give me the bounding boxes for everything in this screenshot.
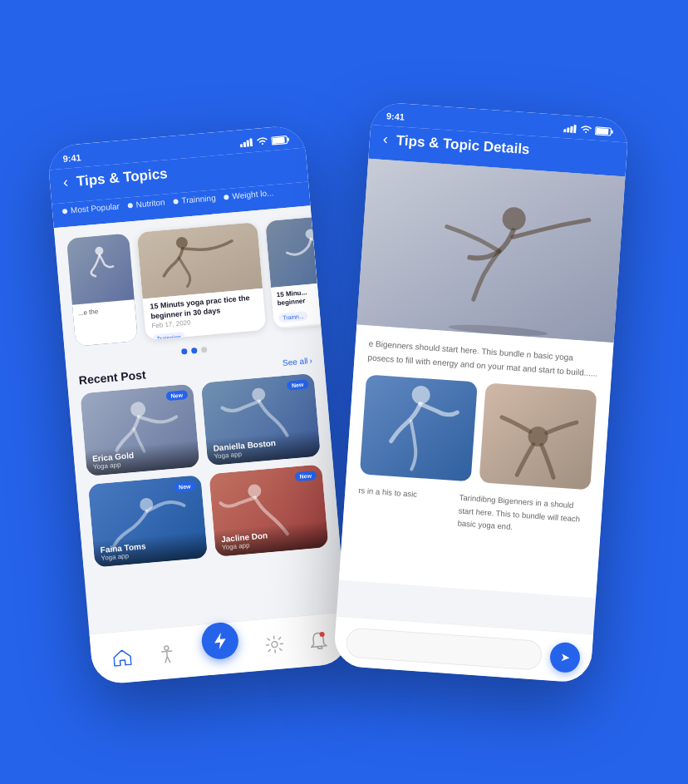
svg-rect-17 xyxy=(563,129,566,132)
wifi-icon xyxy=(256,136,268,145)
filter-tab-training[interactable]: Trainning xyxy=(173,193,216,205)
svg-point-16 xyxy=(319,631,325,637)
carousel-card-third-info: 15 Minu...beginner Trainn... xyxy=(271,281,322,327)
detail-text-columns: rs in a his to asic Tarindibng Bigenners… xyxy=(356,484,590,539)
back-button-1[interactable]: ‹ xyxy=(62,173,69,190)
svg-rect-22 xyxy=(596,127,608,134)
filter-dot-popular xyxy=(62,208,68,214)
detail-yoga-icon-2 xyxy=(479,382,597,490)
accessibility-icon xyxy=(157,643,177,663)
carousel-card-main[interactable]: 15 Minuts yoga prac tice the beginner in… xyxy=(137,222,267,340)
dot-1[interactable] xyxy=(181,348,188,355)
detail-bottom-bar: ➤ xyxy=(333,615,593,683)
detail-image-2 xyxy=(479,382,597,490)
status-icons-2 xyxy=(563,123,614,136)
back-button-2[interactable]: ‹ xyxy=(382,131,388,148)
nav-home[interactable] xyxy=(112,648,132,666)
detail-body-text-3: Tarindibng Bigenners in a should start h… xyxy=(457,491,589,539)
detail-right-section xyxy=(479,382,597,490)
bell-icon xyxy=(309,630,327,650)
svg-point-15 xyxy=(272,640,278,647)
carousel-card-badge: Trainning xyxy=(152,332,185,340)
svg-point-7 xyxy=(94,246,103,255)
send-button[interactable]: ➤ xyxy=(549,641,581,673)
phone-1: 9:41 xyxy=(47,124,350,685)
wifi-icon-2 xyxy=(580,125,592,134)
new-badge-4: New xyxy=(294,470,317,481)
battery-icon-2 xyxy=(595,126,614,136)
svg-rect-2 xyxy=(246,140,249,146)
signal-icon xyxy=(239,138,253,147)
settings-icon xyxy=(264,634,284,653)
battery-icon xyxy=(271,134,290,145)
bottom-nav-1 xyxy=(90,611,351,685)
svg-rect-5 xyxy=(272,136,285,143)
yoga-pose-icon xyxy=(155,227,243,292)
filter-tab-popular[interactable]: Most Popular xyxy=(62,201,120,215)
svg-point-27 xyxy=(411,385,430,404)
dot-3[interactable] xyxy=(200,346,207,353)
svg-point-14 xyxy=(165,645,169,649)
carousel-card-partial[interactable]: ...e the xyxy=(66,233,138,346)
post-card-4[interactable]: New Jacline Don Yoga app xyxy=(209,464,328,556)
phone-2: 9:41 xyxy=(333,101,630,683)
svg-point-10 xyxy=(130,401,146,417)
content-area-1: ...e the 15 Minuts yoga prac t xyxy=(54,205,341,568)
posts-grid: New Erica Gold Yoga app xyxy=(68,372,340,568)
svg-point-11 xyxy=(252,387,266,401)
partial-card-text: ...e the xyxy=(77,304,130,318)
chat-input[interactable] xyxy=(345,626,543,669)
detail-image-1 xyxy=(360,374,478,481)
yoga-pose2-icon xyxy=(276,224,322,278)
carousel: ...e the 15 Minuts yoga prac t xyxy=(54,205,322,355)
nav-flash-button[interactable] xyxy=(200,620,240,660)
detail-content: e Bigenners should start here. This bund… xyxy=(339,324,614,598)
detail-hero xyxy=(356,158,625,342)
svg-rect-0 xyxy=(240,144,243,147)
new-badge-3: New xyxy=(174,481,196,491)
detail-yoga-icon-1 xyxy=(360,374,478,481)
new-badge-2: New xyxy=(287,379,309,390)
recent-post-title: Recent Post xyxy=(78,367,146,387)
carousel-card-third-title: 15 Minu...beginner xyxy=(276,285,322,308)
post-card-2[interactable]: New Daniella Boston Yoga app xyxy=(201,372,321,465)
new-badge-1: New xyxy=(165,390,188,401)
detail-body-text-1: e Bigenners should start here. This bund… xyxy=(367,337,600,380)
dot-2[interactable] xyxy=(190,347,197,353)
header-title-1: Tips & Topics xyxy=(76,165,168,190)
svg-point-13 xyxy=(248,483,262,497)
svg-rect-18 xyxy=(567,127,569,132)
carousel-card-third-img xyxy=(265,214,322,287)
partial-card-img xyxy=(66,233,135,304)
detail-body-text-2: rs in a his to asic xyxy=(358,484,451,503)
filter-dot-training xyxy=(173,198,179,204)
post-card-1[interactable]: New Erica Gold Yoga app xyxy=(80,383,199,476)
svg-rect-20 xyxy=(573,125,577,133)
svg-rect-24 xyxy=(356,158,625,342)
filter-dot-nutriton xyxy=(127,202,133,208)
svg-point-28 xyxy=(528,426,549,447)
svg-rect-6 xyxy=(287,137,289,141)
carousel-card-third[interactable]: 15 Minu...beginner Trainn... xyxy=(265,214,322,328)
detail-images xyxy=(360,374,597,490)
filter-tab-nutriton[interactable]: Nutriton xyxy=(127,197,165,210)
yoga-figure-icon xyxy=(77,242,123,295)
filter-tab-weight[interactable]: Weight lo... xyxy=(224,188,274,201)
partial-card-info: ...e the xyxy=(72,299,138,346)
svg-point-8 xyxy=(175,236,188,249)
header-title-2: Tips & Topic Details xyxy=(396,131,530,157)
post-card-3[interactable]: New Faina Toms Yoga app xyxy=(88,475,208,567)
nav-settings[interactable] xyxy=(264,634,284,653)
svg-rect-3 xyxy=(249,138,253,146)
svg-point-9 xyxy=(305,229,316,239)
nav-bell[interactable] xyxy=(309,630,327,650)
carousel-card-img xyxy=(137,222,263,298)
see-all-button[interactable]: See all › xyxy=(283,355,313,367)
carousel-card-third-badge: Trainn... xyxy=(278,310,308,322)
flash-icon xyxy=(212,630,229,649)
signal-icon-2 xyxy=(563,124,577,133)
svg-rect-1 xyxy=(243,141,247,146)
nav-accessibility[interactable] xyxy=(157,643,177,663)
home-icon xyxy=(112,648,132,666)
hero-yoga-icon xyxy=(356,158,625,342)
